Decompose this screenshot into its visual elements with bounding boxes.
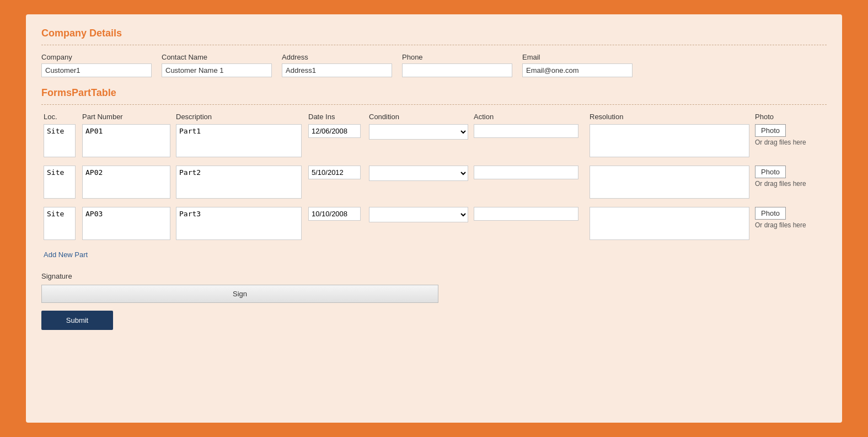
date-ins-input-2[interactable] xyxy=(308,207,361,221)
phone-label: Phone xyxy=(402,53,512,61)
col-resolution: Resolution xyxy=(587,113,753,121)
sign-button[interactable]: Sign xyxy=(41,285,438,303)
description-input-0[interactable]: Part1 xyxy=(176,124,302,157)
col-condition: Condition xyxy=(367,113,471,121)
description-cell-1: Part2 xyxy=(174,166,306,200)
date-ins-cell-0 xyxy=(306,124,367,138)
photo-button-1[interactable]: Photo xyxy=(755,166,786,178)
resolution-input-1[interactable] xyxy=(590,166,749,199)
description-input-1[interactable]: Part2 xyxy=(176,166,302,199)
part-number-input-1[interactable]: AP02 xyxy=(82,166,170,199)
description-cell-2: Part3 xyxy=(174,207,306,242)
company-input[interactable] xyxy=(41,63,152,77)
resolution-cell-1 xyxy=(587,166,753,200)
photo-button-0[interactable]: Photo xyxy=(755,124,786,137)
loc-input-2[interactable]: Site xyxy=(44,207,76,240)
table-row: Site AP01 Part1 GoodFairPoorBroken Photo… xyxy=(41,124,827,159)
col-date-ins: Date Ins xyxy=(306,113,367,121)
address-field-group: Address xyxy=(282,53,392,77)
date-ins-cell-1 xyxy=(306,166,367,179)
part-number-cell-0: AP01 xyxy=(80,124,174,159)
loc-input-1[interactable]: Site xyxy=(44,166,76,199)
photo-cell-0: Photo Or drag files here xyxy=(753,124,830,147)
condition-select-2[interactable]: GoodFairPoorBroken xyxy=(369,207,468,222)
email-input[interactable] xyxy=(522,63,633,77)
photo-drag-text-2: Or drag files here xyxy=(755,221,806,230)
condition-select-1[interactable]: GoodFairPoorBroken xyxy=(369,166,468,181)
photo-button-2[interactable]: Photo xyxy=(755,207,786,220)
action-input-2[interactable] xyxy=(474,207,578,221)
table-row: Site AP03 Part3 GoodFairPoorBroken Photo… xyxy=(41,207,827,242)
parts-section: FormsPartTable Loc. Part Number Descript… xyxy=(41,87,827,259)
resolution-input-0[interactable] xyxy=(590,124,749,157)
parts-table-title: FormsPartTable xyxy=(41,87,827,99)
action-cell-1 xyxy=(471,166,587,179)
company-divider xyxy=(41,45,827,45)
resolution-cell-2 xyxy=(587,207,753,242)
table-row: Site AP02 Part2 GoodFairPoorBroken Photo… xyxy=(41,166,827,200)
email-label: Email xyxy=(522,53,633,61)
description-cell-0: Part1 xyxy=(174,124,306,159)
email-field-group: Email xyxy=(522,53,633,77)
address-label: Address xyxy=(282,53,392,61)
action-input-1[interactable] xyxy=(474,166,578,179)
photo-drag-text-0: Or drag files here xyxy=(755,138,806,147)
company-field-group: Company xyxy=(41,53,152,77)
contact-name-label: Contact Name xyxy=(162,53,272,61)
photo-drag-text-1: Or drag files here xyxy=(755,179,806,189)
contact-name-input[interactable] xyxy=(162,63,272,77)
description-input-2[interactable]: Part3 xyxy=(176,207,302,240)
part-number-cell-1: AP02 xyxy=(80,166,174,200)
signature-label: Signature xyxy=(41,272,827,280)
photo-cell-1: Photo Or drag files here xyxy=(753,166,830,189)
company-details-section: Company Details Company Contact Name Add… xyxy=(41,28,827,77)
action-input-0[interactable] xyxy=(474,124,578,138)
col-action: Action xyxy=(471,113,587,121)
resolution-cell-0 xyxy=(587,124,753,159)
phone-field-group: Phone xyxy=(402,53,512,77)
date-ins-input-1[interactable] xyxy=(308,166,361,179)
part-number-cell-2: AP03 xyxy=(80,207,174,242)
parts-table-header: Loc. Part Number Description Date Ins Co… xyxy=(41,113,827,121)
date-ins-input-0[interactable] xyxy=(308,124,361,138)
col-loc: Loc. xyxy=(41,113,80,121)
condition-cell-2: GoodFairPoorBroken xyxy=(367,207,471,222)
condition-cell-0: GoodFairPoorBroken xyxy=(367,124,471,140)
part-number-input-2[interactable]: AP03 xyxy=(82,207,170,240)
condition-cell-1: GoodFairPoorBroken xyxy=(367,166,471,181)
loc-input-0[interactable]: Site xyxy=(44,124,76,157)
submit-button[interactable]: Submit xyxy=(41,311,113,330)
contact-name-field-group: Contact Name xyxy=(162,53,272,77)
action-cell-0 xyxy=(471,124,587,138)
action-cell-2 xyxy=(471,207,587,221)
col-photo: Photo xyxy=(753,113,830,121)
company-label: Company xyxy=(41,53,152,61)
parts-rows-container: Site AP01 Part1 GoodFairPoorBroken Photo… xyxy=(41,124,827,242)
signature-section: Signature Sign Submit xyxy=(41,272,827,330)
col-part-number: Part Number xyxy=(80,113,174,121)
loc-cell-1: Site xyxy=(41,166,80,200)
condition-select-0[interactable]: GoodFairPoorBroken xyxy=(369,124,468,140)
company-fields-row: Company Contact Name Address Phone Email xyxy=(41,53,827,77)
phone-input[interactable] xyxy=(402,63,512,77)
add-new-part-link[interactable]: Add New Part xyxy=(44,251,88,259)
loc-cell-2: Site xyxy=(41,207,80,242)
date-ins-cell-2 xyxy=(306,207,367,221)
main-container: Company Details Company Contact Name Add… xyxy=(26,14,842,423)
company-details-title: Company Details xyxy=(41,28,827,39)
part-number-input-0[interactable]: AP01 xyxy=(82,124,170,157)
photo-cell-2: Photo Or drag files here xyxy=(753,207,830,230)
resolution-input-2[interactable] xyxy=(590,207,749,240)
address-input[interactable] xyxy=(282,63,392,77)
parts-divider xyxy=(41,104,827,105)
loc-cell-0: Site xyxy=(41,124,80,159)
col-description: Description xyxy=(174,113,306,121)
